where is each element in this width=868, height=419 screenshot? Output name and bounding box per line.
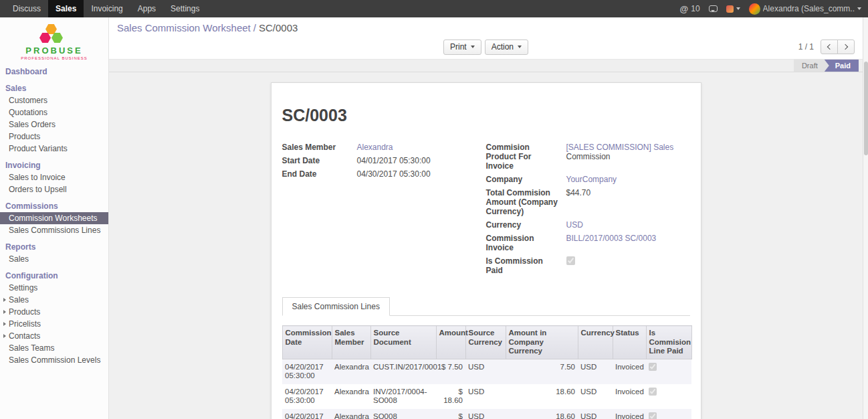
cell-sales-member: Alexandra — [332, 359, 370, 384]
pager-previous-button[interactable] — [821, 39, 838, 54]
menu-apps[interactable]: Apps — [130, 0, 163, 17]
right-field-group: Commision Product For Invoice [SALES COM… — [486, 143, 690, 279]
field-is-commission-paid: Is Commission Paid — [486, 256, 690, 275]
field-start-date: Start Date 04/01/2017 05:30:00 — [282, 156, 466, 165]
company-link[interactable]: YourCompany — [566, 175, 617, 184]
chevron-down-icon — [518, 46, 522, 48]
commission-product-label: Commision Product For Invoice — [486, 143, 566, 171]
sidebar-item-config-sales[interactable]: Sales — [0, 294, 108, 306]
sidebar-item-product-variants[interactable]: Product Variants — [0, 143, 108, 155]
sidebar-item-commission-worksheets[interactable]: Commission Worksheets — [0, 212, 108, 224]
cell-sales-member: Alexandra — [332, 384, 370, 409]
table-row[interactable]: 04/20/2017 10:35:53 Alexandra SO008 $ 18… — [282, 409, 691, 419]
sidebar-heading-configuration[interactable]: Configuration — [0, 270, 108, 282]
status-paid[interactable]: Paid — [825, 60, 859, 72]
tab-sales-commission-lines[interactable]: Sales Commission Lines — [282, 297, 390, 316]
header-amount-company-currency: Amount in Company Currency — [506, 326, 578, 359]
table-row[interactable]: 04/20/2017 05:30:00 Alexandra CUST.IN/20… — [282, 359, 691, 384]
top-menus: Discuss Sales Invoicing Apps Settings — [0, 0, 207, 17]
user-menu[interactable]: Alexandra (Sales_comm.. — [749, 3, 861, 15]
currency-link[interactable]: USD — [566, 220, 583, 230]
sales-member-label: Sales Member — [282, 143, 357, 152]
field-groups: Sales Member Alexandra Start Date 04/01/… — [282, 143, 690, 279]
commission-product-value: [SALES COMMISSION] Sales Commission — [566, 143, 690, 171]
action-button-label: Action — [492, 42, 514, 52]
sidebar-item-sales-teams[interactable]: Sales Teams — [0, 342, 108, 354]
sidebar-item-quotations[interactable]: Quotations — [0, 106, 108, 118]
status-draft[interactable]: Draft — [794, 60, 829, 72]
breadcrumb-parent-link[interactable]: Sales Commission Worksheet — [117, 22, 251, 33]
sidebar-heading-reports[interactable]: Reports — [0, 241, 108, 253]
chevron-right-icon — [843, 44, 848, 50]
logo-tagline-text: PROFESSIONAL BUSINESS — [21, 56, 87, 60]
cell-commission-date: 04/20/2017 05:30:00 — [282, 384, 332, 409]
commission-product-rest: Commission — [566, 152, 690, 161]
app-logo[interactable]: PROBUSE PROFESSIONAL BUSINESS — [0, 17, 108, 64]
menu-invoicing[interactable]: Invoicing — [84, 0, 130, 17]
pager-next-button[interactable] — [837, 39, 855, 54]
breadcrumb-current: SC/0003 — [259, 22, 298, 33]
print-button[interactable]: Print — [443, 39, 481, 55]
sidebar-item-sales-commissions-lines[interactable]: Sales Commissions Lines — [0, 224, 108, 236]
sidebar-item-label: Products — [9, 307, 40, 317]
chevron-down-icon — [736, 7, 740, 10]
sidebar-item-customers[interactable]: Customers — [0, 94, 108, 106]
commission-product-link[interactable]: [SALES COMMISSION] Sales — [566, 143, 674, 152]
field-total-commission: Total Commision Amount (Company Currency… — [486, 188, 690, 216]
end-date-value: 04/30/2017 05:30:00 — [357, 169, 466, 179]
sidebar-item-sales-to-invoice[interactable]: Sales to Invoice — [0, 171, 108, 183]
line-paid-checkbox — [649, 363, 657, 371]
control-panel-actions: Print Action 1 / 1 — [117, 39, 855, 55]
sidebar-item-products[interactable]: Products — [0, 131, 108, 143]
scrollbar[interactable] — [863, 17, 868, 419]
sidebar-heading-invoicing[interactable]: Invoicing — [0, 159, 108, 171]
expand-caret-icon — [3, 298, 6, 302]
cell-currency: USD — [578, 409, 613, 419]
chat-button[interactable] — [709, 5, 718, 12]
table-header-row: Commission Date Sales Member Source Docu… — [282, 326, 691, 359]
sidebar-item-config-pricelists[interactable]: Pricelists — [0, 318, 108, 330]
status-band: Draft Paid — [109, 59, 863, 72]
cell-status: Invoiced — [613, 409, 646, 419]
expand-caret-icon — [3, 334, 6, 338]
cell-status: Invoiced — [613, 359, 646, 384]
menu-sales[interactable]: Sales — [48, 0, 84, 17]
logo-brand-text: PROBUSE — [25, 46, 82, 56]
header-sales-member: Sales Member — [332, 326, 370, 359]
debug-icon — [726, 5, 734, 13]
cell-source-document: SO008 — [370, 409, 436, 419]
sidebar-item-settings[interactable]: Settings — [0, 282, 108, 294]
total-commission-value: $44.70 — [566, 188, 690, 216]
record-title: SC/0003 — [282, 106, 690, 125]
end-date-label: End Date — [282, 169, 357, 179]
is-commission-paid-label: Is Commission Paid — [486, 256, 566, 275]
action-button[interactable]: Action — [485, 39, 528, 55]
scrollbar-thumb[interactable] — [864, 62, 868, 155]
messages-button[interactable]: @ 10 — [680, 4, 700, 14]
header-commission-date: Commission Date — [282, 326, 332, 359]
header-source-document: Source Document — [370, 326, 436, 359]
sidebar-item-orders-to-upsell[interactable]: Orders to Upsell — [0, 183, 108, 195]
sidebar-item-reports-sales[interactable]: Sales — [0, 253, 108, 265]
sidebar-item-sales-orders[interactable]: Sales Orders — [0, 118, 108, 131]
cell-amount: $ 18.60 — [436, 384, 465, 409]
sidebar-item-config-contacts[interactable]: Contacts — [0, 330, 108, 342]
debug-menu-button[interactable] — [726, 5, 740, 13]
commission-invoice-label: Commission Invoice — [486, 234, 566, 252]
cell-line-paid — [646, 384, 691, 409]
sales-member-link[interactable]: Alexandra — [357, 143, 393, 152]
app-window: Discuss Sales Invoicing Apps Settings @ … — [0, 0, 868, 419]
sidebar-heading-dashboard[interactable]: Dashboard — [0, 66, 108, 78]
sidebar-item-sales-commission-levels[interactable]: Sales Commission Levels — [0, 354, 108, 366]
sidebar-heading-commissions[interactable]: Commissions — [0, 200, 108, 212]
total-commission-label: Total Commision Amount (Company Currency… — [486, 188, 566, 216]
sidebar-heading-sales[interactable]: Sales — [0, 82, 108, 94]
pager-text: 1 / 1 — [798, 42, 814, 52]
menu-settings[interactable]: Settings — [163, 0, 207, 17]
menu-discuss[interactable]: Discuss — [5, 0, 48, 17]
commission-invoice-link[interactable]: BILL/2017/0003 SC/0003 — [566, 234, 657, 243]
table-row[interactable]: 04/20/2017 05:30:00 Alexandra INV/2017/0… — [282, 384, 691, 409]
sidebar-item-config-products[interactable]: Products — [0, 306, 108, 318]
sidebar: PROBUSE PROFESSIONAL BUSINESS Dashboard … — [0, 17, 109, 419]
field-currency: Currency USD — [486, 220, 690, 230]
